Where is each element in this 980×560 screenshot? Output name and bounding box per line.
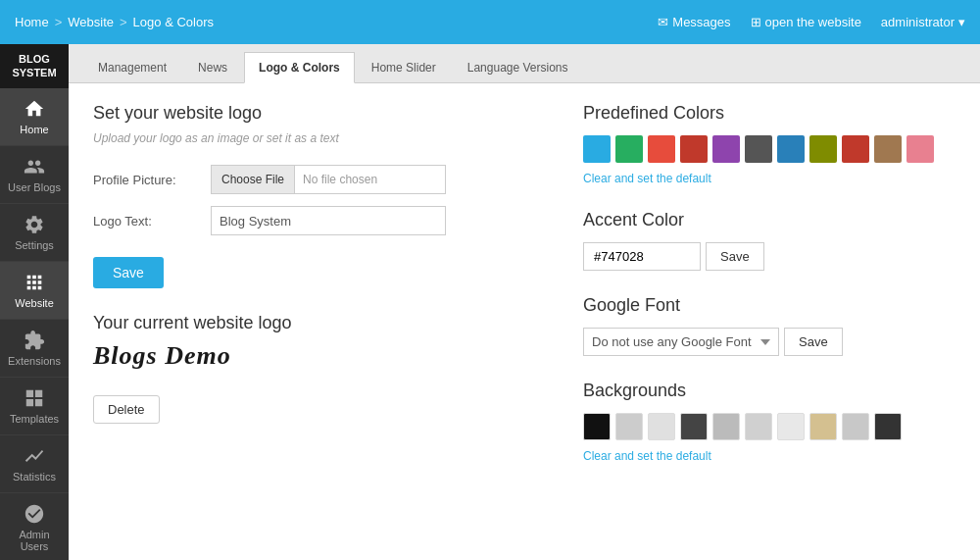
tab-news[interactable]: News: [183, 52, 242, 83]
bg-swatch-7[interactable]: [777, 413, 805, 440]
sidebar: BLOG SYSTEM Home User Blogs Settings: [0, 44, 69, 560]
profile-picture-label: Profile Picture:: [93, 173, 211, 187]
sidebar-logo: BLOG SYSTEM: [0, 44, 69, 88]
templates-icon: [24, 387, 45, 409]
file-chosen-text: No file chosen: [295, 173, 385, 186]
sidebar-item-statistics-label: Statistics: [13, 471, 56, 483]
bg-swatch-3[interactable]: [648, 413, 675, 440]
breadcrumb-home[interactable]: Home: [15, 15, 49, 29]
bg-swatch-10[interactable]: [874, 413, 902, 440]
sidebar-item-templates-label: Templates: [10, 413, 59, 425]
current-logo-display: Blogs Demo: [93, 341, 544, 371]
google-font-title: Google Font: [583, 295, 956, 316]
website-icon: [24, 272, 45, 293]
delete-logo-button[interactable]: Delete: [93, 395, 160, 424]
logo-text-input[interactable]: [211, 206, 446, 235]
accent-color-input[interactable]: [583, 242, 701, 271]
backgrounds-clear-link[interactable]: Clear and set the default: [583, 449, 711, 463]
color-swatch-3[interactable]: [648, 135, 675, 163]
choose-file-button[interactable]: Choose File: [212, 166, 295, 193]
predefined-colors-section: Predefined Colors Clear a: [583, 103, 956, 185]
color-swatch-7[interactable]: [777, 135, 805, 163]
sidebar-item-home[interactable]: Home: [0, 88, 69, 146]
accent-input-row: Save: [583, 242, 956, 271]
top-nav-right: ✉ Messages ⊞ open the website administra…: [658, 15, 965, 29]
sidebar-item-home-label: Home: [20, 124, 48, 135]
bg-swatch-8[interactable]: [809, 413, 837, 440]
logo-text-label: Logo Text:: [93, 214, 211, 229]
settings-icon: [24, 214, 45, 235]
right-column: Predefined Colors Clear a: [583, 103, 956, 540]
backgrounds-title: Backgrounds: [583, 381, 956, 401]
admin-menu[interactable]: administrator ▾: [881, 15, 965, 29]
color-swatch-1[interactable]: [583, 135, 611, 163]
sidebar-item-admin-users-label: Admin Users: [5, 529, 64, 552]
color-swatch-5[interactable]: [712, 135, 740, 163]
predefined-colors-title: Predefined Colors: [583, 103, 956, 124]
sidebar-item-extensions-label: Extensions: [8, 355, 61, 367]
sidebar-item-templates[interactable]: Templates: [0, 378, 69, 435]
current-logo-title: Your current website logo: [93, 313, 544, 333]
bg-swatch-6[interactable]: [745, 413, 772, 440]
color-swatch-10[interactable]: [874, 135, 902, 163]
color-swatch-6[interactable]: [745, 135, 772, 163]
logo-save-button[interactable]: Save: [93, 257, 164, 288]
extensions-icon: [24, 330, 45, 351]
color-swatch-11[interactable]: [906, 135, 934, 163]
current-logo-section: Your current website logo Blogs Demo Del…: [93, 313, 544, 424]
breadcrumb-current: Logo & Colors: [133, 15, 214, 29]
sidebar-item-settings[interactable]: Settings: [0, 204, 69, 262]
google-font-section: Google Font Do not use any Google Font R…: [583, 295, 956, 356]
chevron-down-icon: ▾: [958, 15, 965, 29]
accent-save-button[interactable]: Save: [706, 242, 764, 271]
predefined-colors-clear-link[interactable]: Clear and set the default: [583, 172, 711, 185]
sidebar-item-user-blogs[interactable]: User Blogs: [0, 146, 69, 204]
admin-users-icon: [24, 503, 45, 525]
sidebar-item-admin-users[interactable]: Admin Users: [0, 493, 69, 560]
open-website-link[interactable]: ⊞ open the website: [751, 15, 861, 29]
page-content: Set your website logo Upload your logo a…: [69, 83, 980, 560]
sidebar-item-website[interactable]: Website: [0, 262, 69, 320]
sidebar-item-user-blogs-label: User Blogs: [8, 181, 61, 193]
user-blogs-icon: [24, 156, 45, 178]
logo-line1: BLOG: [19, 53, 50, 66]
background-swatches: [583, 413, 956, 440]
tab-management[interactable]: Management: [83, 52, 181, 83]
messages-link[interactable]: ✉ Messages: [658, 15, 730, 29]
bg-swatch-2[interactable]: [615, 413, 643, 440]
sidebar-item-extensions[interactable]: Extensions: [0, 320, 69, 378]
color-swatch-4[interactable]: [680, 135, 708, 163]
logo-line2: SYSTEM: [12, 67, 56, 79]
top-nav: Home > Website > Logo & Colors ✉ Message…: [0, 0, 980, 44]
bg-swatch-4[interactable]: [680, 413, 708, 440]
breadcrumb-website[interactable]: Website: [68, 15, 114, 29]
backgrounds-section: Backgrounds Clear and set the default: [583, 381, 956, 463]
color-swatch-2[interactable]: [615, 135, 643, 163]
left-column: Set your website logo Upload your logo a…: [93, 103, 544, 540]
sidebar-item-statistics[interactable]: Statistics: [0, 435, 69, 493]
sidebar-item-website-label: Website: [15, 297, 54, 309]
font-save-button[interactable]: Save: [784, 328, 843, 356]
color-swatch-9[interactable]: [842, 135, 869, 163]
breadcrumb: Home > Website > Logo & Colors: [15, 15, 658, 29]
accent-color-title: Accent Color: [583, 210, 956, 230]
file-input-wrapper: Choose File No file chosen: [211, 165, 446, 194]
predefined-color-swatches: [583, 135, 956, 163]
tab-home-slider[interactable]: Home Slider: [357, 52, 451, 83]
breadcrumb-sep1: >: [55, 15, 63, 29]
logo-text-control: [211, 206, 544, 235]
font-select-row: Do not use any Google Font Roboto Open S…: [583, 328, 956, 356]
color-swatch-8[interactable]: [809, 135, 837, 163]
bg-swatch-1[interactable]: [583, 413, 611, 440]
bg-swatch-5[interactable]: [712, 413, 740, 440]
logo-text-row: Logo Text:: [93, 206, 544, 235]
profile-picture-control: Choose File No file chosen: [211, 165, 544, 194]
tab-language-versions[interactable]: Language Versions: [453, 52, 583, 83]
google-font-select[interactable]: Do not use any Google Font Roboto Open S…: [583, 328, 779, 356]
accent-color-section: Accent Color Save: [583, 210, 956, 271]
home-icon: [24, 98, 45, 120]
bg-swatch-9[interactable]: [842, 413, 869, 440]
sidebar-item-settings-label: Settings: [15, 239, 54, 251]
profile-picture-row: Profile Picture: Choose File No file cho…: [93, 165, 544, 194]
tab-logo-colors[interactable]: Logo & Colors: [244, 52, 355, 83]
